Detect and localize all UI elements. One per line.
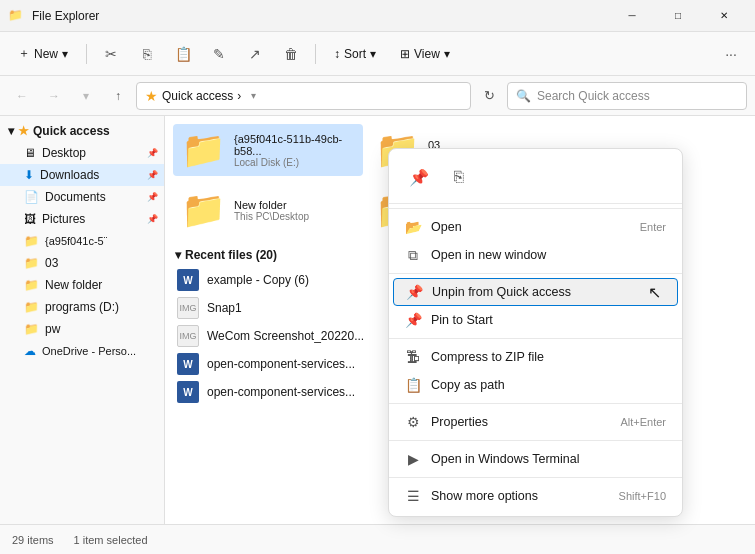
copy-button[interactable]: ⎘ [131,38,163,70]
delete-button[interactable]: 🗑 [275,38,307,70]
search-box[interactable]: 🔍 Search Quick access [507,82,747,110]
selected-count: 1 item selected [74,534,148,546]
word-icon-2: W [177,353,199,375]
open-new-window-icon: ⧉ [405,247,421,263]
context-menu: 📌 ⎘ 📂 Open Enter ⧉ Open in new window 📌 … [388,148,683,517]
ctx-pin-button[interactable]: 📌 [401,159,437,195]
ctx-compress-label: Compress to ZIP file [431,350,544,364]
pin-icon-documents: 📌 [147,192,158,202]
toolbar-separator-2 [315,44,316,64]
ctx-divider-4 [389,403,682,404]
new-button[interactable]: ＋ New ▾ [8,38,78,70]
sidebar-label-folder1: {a95f041c-5¨ [45,235,107,247]
ctx-unpin-item[interactable]: 📌 Unpin from Quick access ↖ [393,278,678,306]
sidebar-item-new-folder[interactable]: 📁 New folder [0,274,164,296]
close-button[interactable]: ✕ [701,0,747,32]
pin-start-icon: 📌 [405,312,421,328]
up-button[interactable]: ↑ [104,82,132,110]
sort-icon: ↕ [334,47,340,61]
sidebar-item-downloads[interactable]: ⬇ Downloads 📌 [0,164,164,186]
recent-locations-button[interactable]: ▾ [72,82,100,110]
ctx-open-item[interactable]: 📂 Open Enter [389,213,682,241]
sidebar-item-folder2[interactable]: 📁 03 [0,252,164,274]
documents-icon: 📄 [24,190,39,204]
sidebar-item-pictures[interactable]: 🖼 Pictures 📌 [0,208,164,230]
file-name-3: WeCom Screenshot_20220... [207,329,364,343]
window-title: File Explorer [32,9,609,23]
paste-button[interactable]: 📋 [167,38,199,70]
folder-tile-sub-3: This PC\Desktop [234,211,309,222]
ctx-copy-path-item[interactable]: 📋 Copy as path [389,371,682,399]
sidebar-item-onedrive[interactable]: ☁ OneDrive - Perso... [0,340,164,362]
toolbar-separator-1 [86,44,87,64]
address-path[interactable]: ★ Quick access › ▾ [136,82,471,110]
sidebar-label-onedrive: OneDrive - Perso... [42,345,136,357]
ctx-pin-start-item[interactable]: 📌 Pin to Start [389,306,682,334]
address-bar: ← → ▾ ↑ ★ Quick access › ▾ ↻ 🔍 Search Qu… [0,76,755,116]
forward-button[interactable]: → [40,82,68,110]
onedrive-icon: ☁ [24,344,36,358]
folder-tile-1[interactable]: 📁 {a95f041c-511b-49cb-b58... Local Disk … [173,124,363,176]
ctx-open-shortcut: Enter [640,221,666,233]
ctx-copy-button[interactable]: ⎘ [441,159,477,195]
file-name-4: open-component-services... [207,357,355,371]
maximize-button[interactable]: □ [655,0,701,32]
ctx-compress-item[interactable]: 🗜 Compress to ZIP file [389,343,682,371]
more-button[interactable]: ··· [715,38,747,70]
image-icon-1: IMG [177,297,199,319]
quick-access-star-icon: ★ [18,124,29,138]
plus-icon: ＋ [18,45,30,62]
view-chevron-icon: ▾ [444,47,450,61]
ctx-copy-path-label: Copy as path [431,378,505,392]
ctx-divider-6 [389,477,682,478]
sidebar-label-folder2: 03 [45,256,58,270]
folder-tile-3[interactable]: 📁 New folder This PC\Desktop [173,184,363,236]
chevron-down-icon-recent: ▾ [175,248,181,262]
ctx-divider-3 [389,338,682,339]
ctx-properties-item[interactable]: ⚙ Properties Alt+Enter [389,408,682,436]
chevron-down-icon: ▾ [62,47,68,61]
sidebar-item-pw[interactable]: 📁 pw [0,318,164,340]
unpin-icon: 📌 [406,284,422,300]
sidebar-label-pw: pw [45,322,60,336]
ctx-divider-1 [389,208,682,209]
folder-tile-name-1: {a95f041c-511b-49cb-b58... [234,133,355,157]
sidebar-label-documents: Documents [45,190,106,204]
window-controls: ─ □ ✕ [609,0,747,32]
refresh-button[interactable]: ↻ [475,82,503,110]
share-button[interactable]: ↗ [239,38,271,70]
sidebar-label-desktop: Desktop [42,146,86,160]
context-menu-icon-row: 📌 ⎘ [389,155,682,204]
rename-button[interactable]: ✎ [203,38,235,70]
address-dropdown[interactable]: ▾ [245,88,261,104]
ctx-more-options-item[interactable]: ☰ Show more options Shift+F10 [389,482,682,510]
ctx-open-new-window-item[interactable]: ⧉ Open in new window [389,241,682,269]
sort-button[interactable]: ↕ Sort ▾ [324,38,386,70]
breadcrumb-separator: › [237,89,241,103]
cut-button[interactable]: ✂ [95,38,127,70]
toolbar: ＋ New ▾ ✂ ⎘ 📋 ✎ ↗ 🗑 ↕ Sort ▾ ⊞ View ▾ ··… [0,32,755,76]
sidebar-label-programs: programs (D:) [45,300,119,314]
sidebar-label-new-folder: New folder [45,278,102,292]
back-button[interactable]: ← [8,82,36,110]
quick-access-header[interactable]: ▾ ★ Quick access [0,120,164,142]
chevron-down-icon: ▾ [8,124,14,138]
sidebar-item-documents[interactable]: 📄 Documents 📌 [0,186,164,208]
ctx-divider-5 [389,440,682,441]
item-count: 29 items [12,534,54,546]
ctx-more-shortcut: Shift+F10 [619,490,666,502]
folder-big-icon-1: 📁 [181,129,226,171]
view-button[interactable]: ⊞ View ▾ [390,38,460,70]
sidebar-item-desktop[interactable]: 🖥 Desktop 📌 [0,142,164,164]
ctx-properties-label: Properties [431,415,488,429]
file-name-2: Snap1 [207,301,242,315]
word-icon-1: W [177,269,199,291]
title-bar: 📁 File Explorer ─ □ ✕ [0,0,755,32]
search-icon: 🔍 [516,89,531,103]
ctx-more-options-label: Show more options [431,489,538,503]
sidebar-item-programs[interactable]: 📁 programs (D:) [0,296,164,318]
minimize-button[interactable]: ─ [609,0,655,32]
ctx-unpin-label: Unpin from Quick access [432,285,571,299]
ctx-terminal-item[interactable]: ▶ Open in Windows Terminal [389,445,682,473]
sidebar-item-folder1[interactable]: 📁 {a95f041c-5¨ [0,230,164,252]
